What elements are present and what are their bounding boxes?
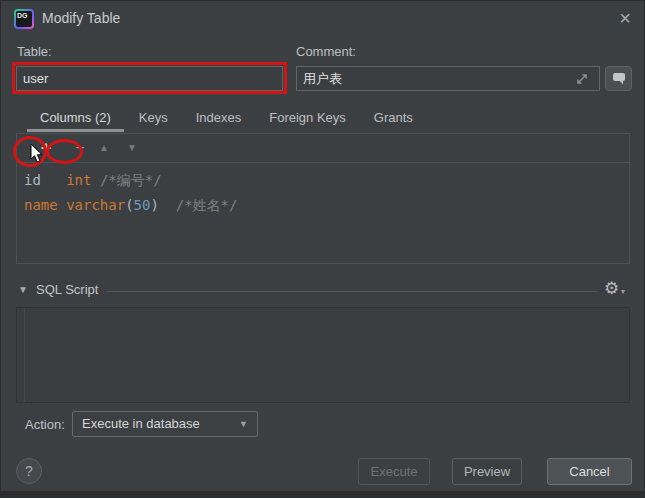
- speech-bubble-icon: [612, 72, 626, 85]
- code-token: [58, 197, 66, 213]
- tab-label: Foreign Keys: [269, 110, 346, 125]
- columns-toolbar: + − ▲ ▼: [17, 134, 629, 163]
- window-bottom-edge: [0, 491, 645, 498]
- chevron-down-icon: ▼: [239, 412, 248, 436]
- comment-input[interactable]: [296, 66, 600, 91]
- tab-label: Columns (2): [40, 110, 111, 125]
- modify-table-dialog: { "colors": { "annotation_red": "#d21414…: [0, 0, 645, 498]
- tab-foreign-keys[interactable]: Foreign Keys: [256, 106, 359, 132]
- table-label: Table:: [17, 44, 52, 59]
- code-token: [91, 172, 99, 188]
- move-up-icon[interactable]: ▲: [95, 134, 113, 162]
- tab-label: Grants: [374, 110, 413, 125]
- code-line: id int /*编号*/: [24, 168, 629, 193]
- tab-label: Keys: [139, 110, 168, 125]
- sql-script-divider: [107, 291, 597, 292]
- columns-panel: + − ▲ ▼ id int /*编号*/name varchar(50) /*…: [16, 133, 630, 264]
- add-column-icon[interactable]: +: [37, 134, 55, 162]
- help-button[interactable]: ?: [16, 458, 42, 484]
- sql-script-editor[interactable]: [16, 307, 630, 403]
- sql-editor-gutter: [24, 308, 25, 402]
- code-token: /*姓名*/: [176, 197, 238, 213]
- code-token: [159, 197, 176, 213]
- code-token: /*编号*/: [100, 172, 162, 188]
- window-title: Modify Table: [42, 10, 120, 26]
- code-token: id: [24, 172, 41, 188]
- cancel-button[interactable]: Cancel: [547, 458, 632, 485]
- tab-label: Indexes: [196, 110, 242, 125]
- action-dropdown[interactable]: Execute in database ▼: [72, 411, 258, 437]
- remove-column-icon[interactable]: −: [71, 134, 89, 162]
- tab-columns-2[interactable]: Columns (2): [27, 106, 124, 132]
- tab-keys[interactable]: Keys: [126, 106, 181, 132]
- code-token: (: [125, 197, 133, 213]
- datagrip-app-icon-text: DG: [16, 11, 32, 27]
- code-token: [41, 172, 66, 188]
- code-token: int: [66, 172, 91, 188]
- action-dropdown-value: Execute in database: [82, 412, 200, 436]
- gear-icon[interactable]: ⚙: [604, 278, 619, 299]
- move-down-icon[interactable]: ▼: [123, 134, 141, 162]
- gear-dropdown-icon[interactable]: ▾: [621, 287, 625, 296]
- comment-label: Comment:: [296, 44, 356, 59]
- code-line: name varchar(50) /*姓名*/: [24, 193, 629, 218]
- tab-indexes[interactable]: Indexes: [183, 106, 255, 132]
- code-token: ): [150, 197, 158, 213]
- expand-editor-icon[interactable]: [574, 71, 590, 87]
- tab-grants[interactable]: Grants: [361, 106, 426, 132]
- datagrip-app-icon: DG: [14, 9, 34, 29]
- code-token: varchar: [66, 197, 125, 213]
- code-token: name: [24, 197, 58, 213]
- code-token: 50: [134, 197, 151, 213]
- execute-button[interactable]: Execute: [358, 458, 430, 485]
- close-icon[interactable]: ×: [619, 6, 631, 30]
- action-label: Action:: [25, 417, 65, 432]
- sql-script-title[interactable]: SQL Script: [36, 282, 98, 297]
- edit-comment-button[interactable]: [605, 66, 632, 91]
- table-name-input[interactable]: [16, 66, 283, 91]
- columns-editor-code[interactable]: id int /*编号*/name varchar(50) /*姓名*/: [17, 163, 629, 218]
- tabs: Columns (2)KeysIndexesForeign KeysGrants: [27, 106, 426, 132]
- preview-button[interactable]: Preview: [452, 458, 522, 485]
- collapse-arrow-icon[interactable]: ▼: [18, 284, 28, 295]
